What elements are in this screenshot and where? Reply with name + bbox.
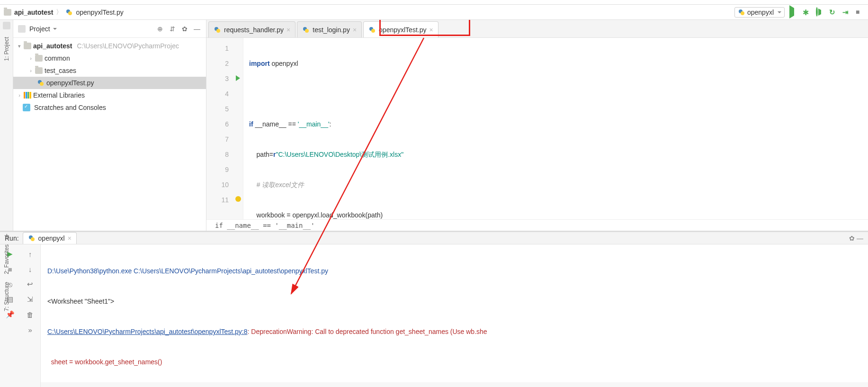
trash-button[interactable]: 🗑 [27,311,34,319]
tool-window-icon[interactable] [3,22,10,29]
sidebar-tab-project[interactable]: 1: Project [3,34,10,64]
hide-button[interactable]: — [193,25,201,33]
tab-openpyxltest[interactable]: openpyxlTest.py × [363,21,438,37]
main-area: 1: Project Project ⊕ ⇵ ✿ — ▾ api_autotes… [0,20,868,231]
python-icon [738,9,745,16]
soft-wrap-button[interactable]: ↩ [27,280,33,288]
svg-point-3 [741,11,744,15]
tree-item-label: Scratches and Consoles [34,104,106,111]
close-icon[interactable]: × [68,234,72,242]
tab-label: test_login.py [313,26,350,34]
up-button[interactable]: ↑ [28,250,32,258]
run-config-combo[interactable]: openpyxl [734,7,785,18]
svg-point-1 [68,11,72,15]
tree-root[interactable]: ▾ api_autotest C:\Users\LENOVO\PycharmPr… [13,40,206,52]
python-file-icon [302,26,310,34]
toolbar-right: openpyxl ✱ ↻ ⇥ ■ [734,7,864,18]
gutter-line: 7 [206,132,243,147]
gutter-line: 9 [206,162,243,177]
run-body: ▶ ↑ ■ ↓ ⎋ ↩ ▤ ⇲ 📌 🗑 » D:\Use\Python38\py… [0,244,868,387]
tab-label: openpyxlTest.py [379,26,426,34]
library-icon [24,92,31,99]
gutter-line: 8 [206,147,243,162]
tree-scratches[interactable]: Scratches and Consoles [13,101,206,114]
tab-requests-handler[interactable]: requests_handler.py × [208,21,295,37]
gutter-line: 5 [206,101,243,117]
profile-button[interactable]: ↻ [829,8,838,17]
gutter-line [206,207,243,219]
gutter-line[interactable]: 11 [206,192,243,207]
folder-icon [4,9,11,16]
breadcrumb-project[interactable]: api_autotest [14,9,53,16]
close-icon[interactable]: × [353,26,357,34]
code-content[interactable]: import openpyxl if __name__ == '__main__… [243,38,868,219]
console-line: D:\Use\Python38\python.exe C:\Users\LENO… [47,263,868,279]
run-gutter-icon[interactable] [236,75,240,81]
tab-test-login[interactable]: test_login.py × [297,21,362,37]
project-tree[interactable]: ▾ api_autotest C:\Users\LENOVO\PycharmPr… [13,38,206,231]
run-anything-button[interactable]: ⇥ [842,8,851,17]
run-tool-window: Run: openpyxl × ✿ — ▶ ↑ ■ ↓ ⎋ ↩ ▤ ⇲ 📌 🗑 … [0,231,868,382]
svg-point-7 [216,29,220,33]
sidebar-tab-favorites[interactable]: 2: Favorites [3,242,10,277]
scroll-button[interactable]: ⇲ [27,295,33,304]
collapse-button[interactable]: ⇵ [168,25,177,33]
run-tab[interactable]: openpyxl × [23,232,77,244]
tab-label: requests_handler.py [224,26,284,34]
python-icon [28,234,36,242]
project-panel: Project ⊕ ⇵ ✿ — ▾ api_autotest C:\Users\… [13,20,206,231]
editor-breadcrumb[interactable]: if __name__ == '__main__' [206,219,868,231]
gutter-line: 4 [206,86,243,101]
gutter-line: 1 [206,41,243,56]
close-icon[interactable]: × [286,26,290,34]
project-view-icon [18,25,26,33]
stop-button[interactable]: ■ [856,8,864,17]
python-file-icon [37,79,45,87]
tree-file-openpyxltest[interactable]: openpyxlTest.py [13,77,206,89]
down-button[interactable]: ↓ [28,265,32,273]
tree-external-libs[interactable]: › External Libraries [13,89,206,101]
debug-button[interactable]: ✱ [803,8,811,17]
editor-area: requests_handler.py × test_login.py × op… [206,20,868,231]
tree-item-label: common [45,54,70,62]
locate-button[interactable]: ⊕ [156,25,164,33]
console-output[interactable]: D:\Use\Python38\python.exe C:\Users\LENO… [41,244,868,387]
folder-icon [24,43,31,49]
run-tab-label: openpyxl [38,234,65,242]
file-link[interactable]: C:\Users\LENOVO\PycharmProjects\api_auto… [47,328,248,335]
left-tool-strip: 1: Project [0,20,13,231]
tree-folder-testcases[interactable]: › test_cases [13,64,206,77]
close-icon[interactable]: × [429,26,433,34]
run-button[interactable] [789,8,798,17]
more-button[interactable]: » [28,326,32,334]
intention-bulb-icon[interactable] [235,196,241,202]
console-line: 添加发布会接口 [47,385,868,387]
chevron-right-icon: 〉 [56,8,63,17]
project-panel-title[interactable]: Project [29,25,57,33]
settings-icon[interactable]: ✿ [180,25,189,33]
settings-icon[interactable]: ✿ — [849,234,863,242]
tree-folder-common[interactable]: › common [13,52,206,64]
gutter: 1 2 3 4 5 6 7 8 9 10 11 [206,38,243,219]
run-coverage-button[interactable] [816,8,824,17]
svg-point-13 [31,237,35,241]
console-line: sheet = workbook.get_sheet_names() [47,354,868,369]
project-panel-header: Project ⊕ ⇵ ✿ — [13,20,206,38]
folder-icon [35,67,43,74]
code-editor[interactable]: 1 2 3 4 5 6 7 8 9 10 11 import openpyxl … [206,38,868,219]
python-file-icon [65,9,73,16]
svg-point-5 [40,82,44,86]
svg-point-11 [371,29,375,33]
editor-tabs: requests_handler.py × test_login.py × op… [206,20,868,38]
left-bottom-tabs: ★ 2: Favorites 7: Structure [0,232,13,314]
tree-root-label: api_autotest [33,42,72,50]
breadcrumb-row: api_autotest 〉 openpyxlTest.py openpyxl … [0,5,868,20]
sidebar-tab-structure[interactable]: 7: Structure [3,279,10,314]
run-config-label: openpyxl [747,9,774,16]
svg-point-9 [305,29,309,33]
tree-item-label: test_cases [45,67,76,74]
gutter-line[interactable]: 3 [206,71,243,86]
menu-bar [0,0,868,5]
breadcrumb-file[interactable]: openpyxlTest.py [76,9,123,16]
python-file-icon [368,26,376,34]
